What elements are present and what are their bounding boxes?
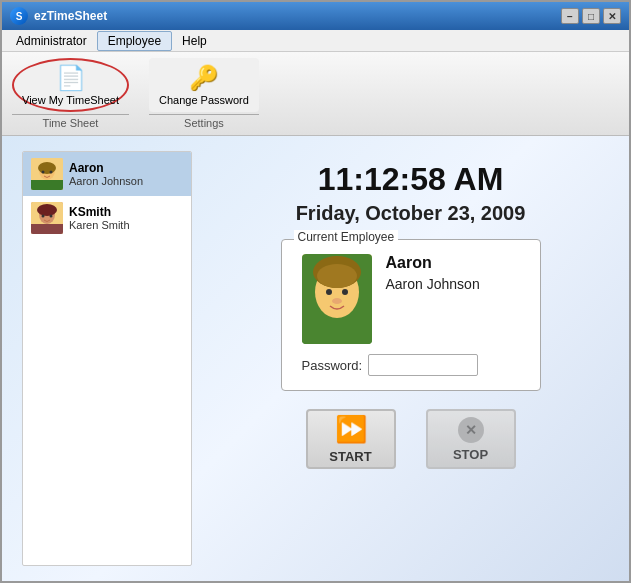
main-panel: 11:12:58 AM Friday, October 23, 2009 Cur… [192, 136, 629, 581]
settings-group-label: Settings [149, 114, 259, 129]
employee-card: Aaron Aaron Johnson [302, 254, 520, 344]
svg-rect-9 [31, 224, 63, 234]
password-input[interactable] [368, 354, 478, 376]
menu-item-administrator[interactable]: Administrator [6, 32, 97, 50]
svg-point-18 [326, 289, 332, 295]
employee-info: Aaron Aaron Johnson [386, 254, 480, 304]
main-window: S ezTimeSheet − □ ✕ Administrator Employ… [0, 0, 631, 583]
view-timesheet-button[interactable]: 📄 View My TimeSheet [12, 58, 129, 112]
aaron-first: Aaron [69, 161, 143, 175]
stop-button[interactable]: ✕ STOP [426, 409, 516, 469]
toolbar-group-timesheet: 📄 View My TimeSheet Time Sheet [12, 58, 129, 129]
window-title: ezTimeSheet [34, 9, 107, 23]
timesheet-icon: 📄 [56, 64, 86, 92]
clock-display: 11:12:58 AM [318, 161, 504, 198]
toolbar-group-settings: 🔑 Change Password Settings [149, 58, 259, 129]
svg-point-8 [37, 204, 57, 216]
svg-point-5 [50, 171, 53, 174]
title-bar: S ezTimeSheet − □ ✕ [2, 2, 629, 30]
menu-bar: Administrator Employee Help [2, 30, 629, 52]
password-icon: 🔑 [189, 64, 219, 92]
svg-point-17 [317, 264, 357, 288]
svg-point-2 [38, 162, 56, 174]
app-icon: S [10, 7, 28, 25]
ksmith-last: Karen Smith [69, 219, 130, 231]
stop-circle-icon: ✕ [458, 417, 484, 443]
action-buttons: ⏩ START ✕ STOP [306, 409, 516, 469]
title-bar-left: S ezTimeSheet [10, 7, 107, 25]
toolbar: 📄 View My TimeSheet Time Sheet 🔑 Change … [2, 52, 629, 136]
start-label: START [329, 449, 371, 464]
box-title: Current Employee [294, 230, 399, 244]
change-password-button[interactable]: 🔑 Change Password [149, 58, 259, 112]
card-last: Aaron Johnson [386, 276, 480, 292]
svg-point-4 [42, 171, 45, 174]
menu-item-employee[interactable]: Employee [97, 31, 172, 51]
date-display: Friday, October 23, 2009 [296, 202, 526, 225]
svg-point-20 [332, 298, 342, 304]
timesheet-group-label: Time Sheet [12, 114, 129, 129]
password-label: Password: [302, 358, 363, 373]
start-arrow-icon: ⏩ [335, 414, 367, 445]
view-timesheet-label: View My TimeSheet [22, 94, 119, 106]
current-employee-box: Current Employee [281, 239, 541, 391]
employee-name-ksmith: KSmith Karen Smith [69, 205, 130, 231]
aaron-last: Aaron Johnson [69, 175, 143, 187]
close-button[interactable]: ✕ [603, 8, 621, 24]
avatar-aaron [31, 158, 63, 190]
ksmith-first: KSmith [69, 205, 130, 219]
employee-name-aaron: Aaron Aaron Johnson [69, 161, 143, 187]
card-first: Aaron [386, 254, 480, 272]
employee-list: Aaron Aaron Johnson [22, 151, 192, 566]
svg-point-19 [342, 289, 348, 295]
title-bar-controls[interactable]: − □ ✕ [561, 8, 621, 24]
change-password-label: Change Password [159, 94, 249, 106]
start-button[interactable]: ⏩ START [306, 409, 396, 469]
content-area: Aaron Aaron Johnson [2, 136, 629, 581]
stop-label: STOP [453, 447, 488, 462]
employee-item-ksmith[interactable]: KSmith Karen Smith [23, 196, 191, 240]
maximize-button[interactable]: □ [582, 8, 600, 24]
minimize-button[interactable]: − [561, 8, 579, 24]
svg-point-10 [42, 215, 45, 218]
avatar-ksmith [31, 202, 63, 234]
password-row: Password: [302, 354, 520, 376]
svg-rect-3 [31, 180, 63, 190]
employee-item-aaron[interactable]: Aaron Aaron Johnson [23, 152, 191, 196]
svg-point-11 [50, 215, 53, 218]
menu-item-help[interactable]: Help [172, 32, 217, 50]
employee-avatar-large [302, 254, 372, 344]
